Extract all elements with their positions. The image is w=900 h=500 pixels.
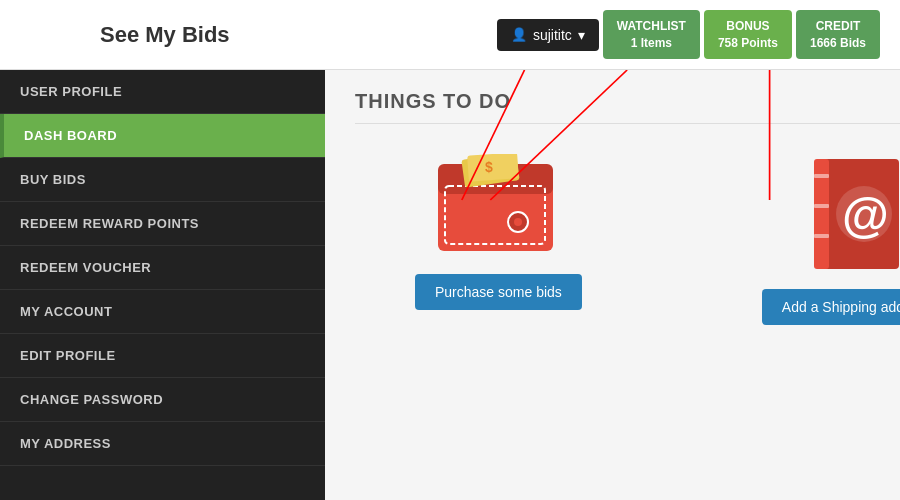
add-shipping-button[interactable]: Add a Shipping address bbox=[762, 289, 900, 325]
sidebar-item-redeem-reward-points[interactable]: REDEEM REWARD POINTS bbox=[0, 202, 325, 246]
watchlist-btn[interactable]: WATCHLIST 1 Items bbox=[603, 10, 700, 60]
sidebar-item-user-profile[interactable]: USER PROFILE bbox=[0, 70, 325, 114]
credit-btn[interactable]: CREDIT 1666 Bids bbox=[796, 10, 880, 60]
main-layout: USER PROFILE DASH BOARD BUY BIDS REDEEM … bbox=[0, 70, 900, 500]
user-badge[interactable]: 👤 sujititc ▾ bbox=[497, 19, 599, 51]
wallet-icon: $ bbox=[433, 154, 563, 259]
sidebar: USER PROFILE DASH BOARD BUY BIDS REDEEM … bbox=[0, 70, 325, 500]
header-nav: 👤 sujititc ▾ WATCHLIST 1 Items BONUS 758… bbox=[497, 10, 880, 60]
todo-items: $ Purchase some bids bbox=[415, 154, 900, 325]
sidebar-item-redeem-voucher[interactable]: REDEEM VOUCHER bbox=[0, 246, 325, 290]
section-title: THINGS TO DO bbox=[355, 90, 900, 124]
svg-rect-14 bbox=[814, 204, 829, 208]
svg-rect-13 bbox=[814, 174, 829, 178]
credit-value: 1666 Bids bbox=[810, 35, 866, 52]
bonus-btn[interactable]: BONUS 758 Points bbox=[704, 10, 792, 60]
sidebar-item-edit-profile[interactable]: EDIT PROFILE bbox=[0, 334, 325, 378]
sidebar-item-change-password[interactable]: CHANGE PASSWORD bbox=[0, 378, 325, 422]
site-title: See My Bids bbox=[100, 22, 230, 48]
credit-label: CREDIT bbox=[810, 18, 866, 35]
content-area: THINGS TO DO bbox=[325, 70, 900, 500]
dropdown-icon: ▾ bbox=[578, 27, 585, 43]
svg-point-7 bbox=[514, 218, 522, 226]
watchlist-value: 1 Items bbox=[617, 35, 686, 52]
watchlist-label: WATCHLIST bbox=[617, 18, 686, 35]
todo-item-purchase: $ Purchase some bids bbox=[415, 154, 582, 310]
todo-item-shipping: @ Add a Shipping address bbox=[762, 154, 900, 325]
bonus-value: 758 Points bbox=[718, 35, 778, 52]
svg-rect-15 bbox=[814, 234, 829, 238]
sidebar-item-my-address[interactable]: MY ADDRESS bbox=[0, 422, 325, 466]
svg-text:$: $ bbox=[485, 159, 493, 175]
sidebar-item-buy-bids[interactable]: BUY BIDS bbox=[0, 158, 325, 202]
svg-text:@: @ bbox=[842, 189, 889, 242]
user-icon: 👤 bbox=[511, 27, 527, 42]
svg-rect-9 bbox=[468, 154, 520, 182]
purchase-bids-button[interactable]: Purchase some bids bbox=[415, 274, 582, 310]
header: See My Bids 👤 sujititc ▾ WATCHLIST 1 Ite… bbox=[0, 0, 900, 70]
bonus-label: BONUS bbox=[718, 18, 778, 35]
username: sujititc bbox=[533, 27, 572, 43]
sidebar-item-my-account[interactable]: MY ACCOUNT bbox=[0, 290, 325, 334]
sidebar-item-dash-board[interactable]: DASH BOARD bbox=[0, 114, 325, 158]
address-book-icon: @ bbox=[804, 154, 900, 274]
